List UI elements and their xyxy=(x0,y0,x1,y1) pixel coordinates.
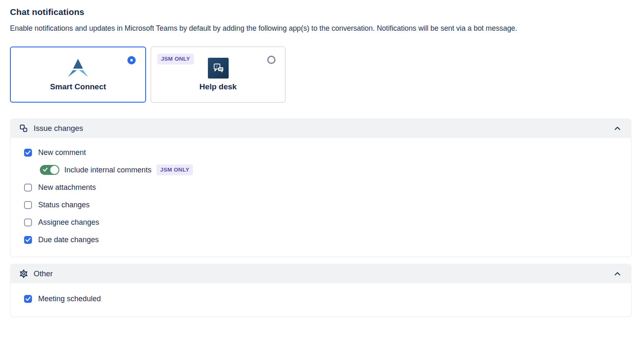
chat-notifications-settings: Chat notifications Enable notifications … xyxy=(0,0,644,317)
radio-unselected-icon[interactable] xyxy=(267,56,276,64)
issue-changes-icon xyxy=(19,124,28,133)
checkbox-label: Assignee changes xyxy=(38,218,99,227)
chevron-up-icon[interactable] xyxy=(612,269,622,279)
app-card-help-desk[interactable]: JSM ONLY ? Help desk xyxy=(151,47,285,103)
new-comment-checkbox[interactable] xyxy=(24,149,32,157)
page-description: Enable notifications and updates in Micr… xyxy=(10,22,632,34)
app-card-label: Help desk xyxy=(200,82,237,91)
chevron-up-icon[interactable] xyxy=(612,123,622,133)
include-internal-comments-toggle[interactable] xyxy=(40,165,59,175)
jsm-only-badge: JSM ONLY xyxy=(157,54,194,64)
section-header-issue-changes[interactable]: Issue changes xyxy=(10,118,632,138)
meeting-scheduled-checkbox[interactable] xyxy=(24,295,32,303)
section-title: Issue changes xyxy=(34,124,83,133)
notification-row-meeting-scheduled: Meeting scheduled xyxy=(10,290,631,307)
checkbox-label: New comment xyxy=(38,148,86,157)
checkbox-label: Due date changes xyxy=(38,236,99,244)
notification-row-assignee-changes: Assignee changes xyxy=(10,214,631,231)
notification-row-status-changes: Status changes xyxy=(10,196,631,214)
toggle-knob xyxy=(50,166,59,174)
notification-row-due-date-changes: Due date changes xyxy=(10,231,631,248)
svg-text:?: ? xyxy=(215,65,217,69)
checkbox-label: Meeting scheduled xyxy=(38,295,101,303)
checkbox-label: New attachments xyxy=(38,183,96,192)
app-card-label: Smart Connect xyxy=(50,82,106,91)
assignee-changes-checkbox[interactable] xyxy=(24,219,32,226)
due-date-changes-checkbox[interactable] xyxy=(24,236,32,244)
section-title: Other xyxy=(34,269,53,278)
jsm-only-badge: JSM ONLY xyxy=(156,165,193,175)
page-title: Chat notifications xyxy=(10,7,632,17)
new-attachments-checkbox[interactable] xyxy=(24,184,32,192)
smart-connect-logo-icon xyxy=(66,58,90,79)
section-issue-changes: Issue changes New comment Include inter xyxy=(10,118,632,257)
app-card-smart-connect[interactable]: Smart Connect xyxy=(10,47,146,103)
app-card-row: Smart Connect JSM ONLY ? Help desk xyxy=(10,47,632,103)
toggle-label: Include internal comments xyxy=(64,166,151,174)
section-other: Other Meeting scheduled xyxy=(10,264,632,317)
notification-row-internal-comments: Include internal comments JSM ONLY xyxy=(10,161,631,179)
notification-row-new-attachments: New attachments xyxy=(10,179,631,196)
section-body-other: Meeting scheduled xyxy=(10,283,632,317)
status-changes-checkbox[interactable] xyxy=(24,201,32,209)
section-header-other[interactable]: Other xyxy=(10,264,632,283)
radio-selected-icon[interactable] xyxy=(127,56,136,64)
jsm-only-badge-wrap: JSM ONLY xyxy=(157,54,194,64)
checkbox-label: Status changes xyxy=(38,201,90,209)
help-desk-app-icon: ? xyxy=(208,58,229,79)
notification-row-new-comment: New comment xyxy=(10,144,631,161)
gear-icon xyxy=(19,269,28,278)
section-body-issue-changes: New comment Include internal comments JS… xyxy=(10,138,632,257)
